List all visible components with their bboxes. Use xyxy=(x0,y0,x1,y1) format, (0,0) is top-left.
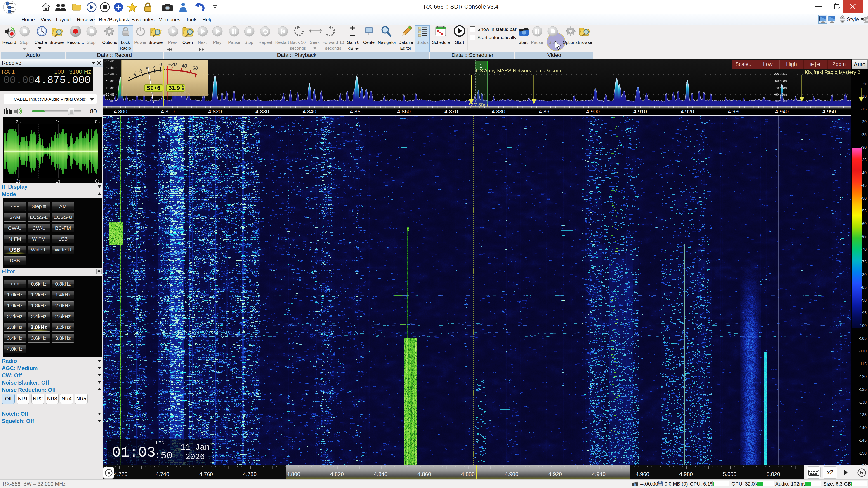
svg-text:+20: +20 xyxy=(168,61,177,67)
svg-text:3: 3 xyxy=(140,68,143,73)
svg-text:+40: +40 xyxy=(179,63,187,69)
svg-text:7: 7 xyxy=(152,64,155,70)
svg-text:31.9: 31.9 xyxy=(168,85,180,91)
svg-text:SNR: SNR xyxy=(181,85,184,91)
svg-text:9: 9 xyxy=(159,62,162,68)
svg-text:1: 1 xyxy=(133,70,136,76)
svg-text:S9+6: S9+6 xyxy=(147,85,160,91)
svg-text:+60: +60 xyxy=(189,65,198,71)
